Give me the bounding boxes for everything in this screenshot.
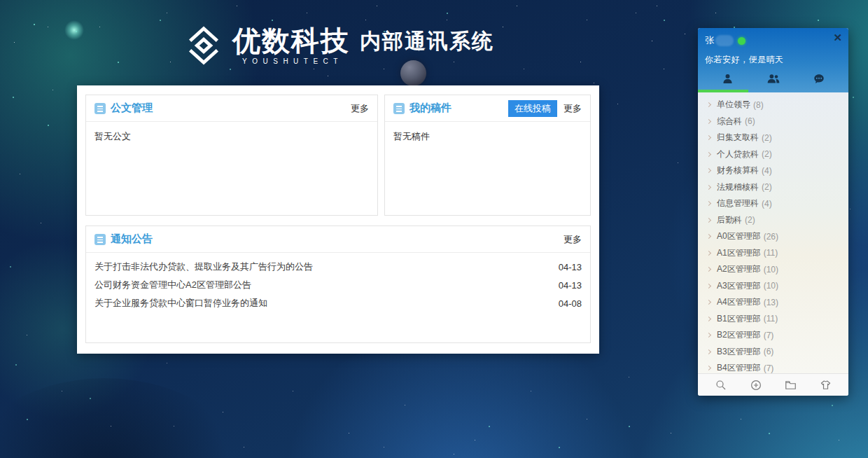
tab-conversations[interactable]: [796, 69, 841, 88]
chevron-right-icon: [706, 218, 711, 223]
chevron-right-icon: [706, 185, 711, 190]
group-count: (2): [762, 133, 772, 143]
contact-group-row[interactable]: B1区管理部 (11): [698, 311, 848, 328]
chevron-right-icon: [706, 102, 711, 107]
contact-group-row[interactable]: 信息管理科 (4): [698, 195, 848, 212]
close-icon[interactable]: ✕: [833, 32, 842, 43]
contact-group-row[interactable]: B4区管理部 (7): [698, 360, 848, 373]
documents-empty-text: 暂无公文: [94, 131, 131, 141]
nebula-glow: [0, 378, 252, 458]
contact-group-row[interactable]: 个人贷款科 (2): [698, 146, 848, 163]
notice-row[interactable]: 公司财务资金管理中心A2区管理部公告 04-13: [86, 276, 590, 294]
contact-group-row[interactable]: A3区管理部 (10): [698, 278, 848, 295]
notice-date: 04-08: [559, 298, 582, 309]
contact-group-row[interactable]: 法规稽核科 (2): [698, 179, 848, 196]
notices-panel-header: 通知公告 更多: [86, 226, 590, 253]
chevron-right-icon: [706, 152, 711, 157]
contact-group-row[interactable]: 单位领导 (8): [698, 97, 848, 113]
document-icon: [94, 234, 106, 245]
chevron-right-icon: [706, 300, 711, 305]
group-count: (4): [762, 199, 772, 209]
chevron-right-icon: [706, 234, 711, 239]
contact-group-row[interactable]: 财务核算科 (4): [698, 162, 848, 179]
folder-icon[interactable]: [780, 375, 800, 395]
documents-panel-header: 公文管理 更多: [86, 95, 377, 122]
notice-title: 公司财务资金管理中心A2区管理部公告: [94, 279, 545, 291]
group-name: 后勤科: [717, 214, 742, 226]
chevron-right-icon: [706, 251, 711, 256]
drafts-panel-title: 我的稿件: [410, 102, 451, 115]
chat-tabs: [705, 69, 841, 88]
group-count: (2): [762, 149, 772, 159]
group-count: (13): [764, 298, 778, 307]
chevron-right-icon: [706, 119, 711, 124]
app-header: 优数科技 YOUSHUTECT 内部通讯系统: [77, 18, 599, 73]
documents-panel: 公文管理 更多 暂无公文: [85, 95, 378, 216]
notices-more-link[interactable]: 更多: [564, 233, 582, 246]
group-count: (7): [764, 331, 774, 340]
contact-group-row[interactable]: A4区管理部 (13): [698, 294, 848, 311]
notice-row[interactable]: 关于企业服务贷款中心窗口暂停业务的通知 04-08: [86, 294, 590, 312]
search-icon[interactable]: [711, 375, 731, 395]
user-icon: [722, 73, 734, 85]
chat-header: 张 ✕ 你若安好，便是晴天: [698, 28, 848, 92]
group-count: (6): [764, 347, 774, 356]
contact-group-list: 单位领导 (8) 综合科 (6) 归集支取科 (2) 个人贷款科: [698, 92, 848, 373]
group-name: A4区管理部: [717, 296, 761, 308]
drafts-panel-body: 暂无稿件: [385, 122, 590, 151]
group-count: (2): [745, 215, 755, 225]
group-name: A1区管理部: [717, 247, 761, 259]
contact-group-row[interactable]: A1区管理部 (11): [698, 245, 848, 262]
group-name: 个人贷款科: [717, 148, 759, 160]
group-count: (10): [764, 265, 778, 275]
online-submit-button[interactable]: 在线投稿: [508, 100, 557, 117]
group-name: 财务核算科: [717, 165, 759, 176]
drafts-panel: 我的稿件 在线投稿 更多 暂无稿件: [384, 95, 591, 216]
group-name: B2区管理部: [717, 329, 761, 341]
contact-group-row[interactable]: 后勤科 (2): [698, 212, 848, 229]
documents-panel-title: 公文管理: [111, 102, 153, 115]
blurred-name: [715, 35, 734, 46]
chat-user-row: 张 ✕: [705, 34, 841, 48]
drafts-more-link[interactable]: 更多: [564, 102, 582, 115]
chat-signature: 你若安好，便是晴天: [705, 54, 841, 66]
contact-group-row[interactable]: 综合科 (6): [698, 113, 848, 130]
group-count: (8): [753, 100, 764, 110]
drafts-empty-text: 暂无稿件: [393, 131, 430, 141]
group-name: B3区管理部: [717, 346, 761, 358]
brand-logo-icon: [182, 24, 225, 67]
group-name: A0区管理部: [717, 230, 761, 242]
group-name: B1区管理部: [717, 313, 761, 325]
group-count: (6): [745, 116, 755, 126]
notice-date: 04-13: [559, 262, 582, 272]
contact-group-row[interactable]: A0区管理部 (26): [698, 228, 848, 245]
documents-more-link[interactable]: 更多: [351, 102, 369, 115]
shirt-icon[interactable]: [816, 375, 835, 395]
group-count: (11): [764, 314, 778, 324]
contact-group-row[interactable]: A2区管理部 (10): [698, 261, 848, 278]
group-count: (11): [764, 248, 778, 258]
chevron-right-icon: [706, 317, 711, 321]
chevron-right-icon: [706, 284, 711, 289]
desktop-wallpaper: 优数科技 YOUSHUTECT 内部通讯系统 公文管理 更多 暂无公文 我的稿件…: [0, 0, 868, 458]
group-count: (2): [762, 182, 772, 192]
group-name: 信息管理科: [717, 197, 759, 209]
document-icon: [393, 103, 405, 114]
group-name: 归集支取科: [717, 132, 759, 144]
group-name: A3区管理部: [717, 280, 761, 292]
tab-groups[interactable]: [750, 69, 796, 88]
chevron-right-icon: [706, 366, 711, 370]
brand-name-en: YOUSHUTECT: [239, 57, 343, 65]
chat-user-name: 张: [705, 34, 714, 47]
group-name: 单位领导: [717, 99, 750, 111]
notice-row[interactable]: 关于打击非法代办贷款、提取业务及其广告行为的公告 04-13: [86, 258, 590, 276]
contact-group-row[interactable]: 归集支取科 (2): [698, 130, 848, 146]
chevron-right-icon: [706, 333, 711, 338]
add-icon[interactable]: [746, 375, 766, 395]
starfield: [0, 0, 1, 1]
notice-title: 关于企业服务贷款中心窗口暂停业务的通知: [94, 297, 545, 310]
document-icon: [94, 103, 106, 114]
tab-contacts[interactable]: [705, 69, 750, 88]
contact-group-row[interactable]: B3区管理部 (6): [698, 344, 848, 361]
contact-group-row[interactable]: B2区管理部 (7): [698, 327, 848, 344]
